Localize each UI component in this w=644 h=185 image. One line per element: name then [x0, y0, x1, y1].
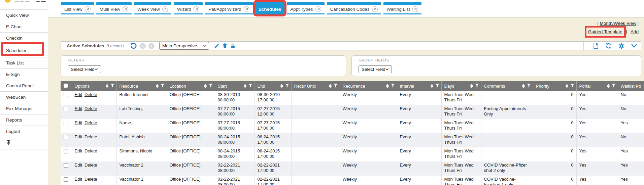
delete-link[interactable]: Delete: [84, 106, 97, 111]
tab-waiting-list[interactable]: Waiting List: [383, 2, 421, 14]
sidebar-item-task-list[interactable]: Task List: [0, 57, 48, 69]
filter-funnel-icon[interactable]: [110, 84, 114, 89]
tab-appt-types[interactable]: Appt Types: [287, 2, 324, 14]
row-checkbox[interactable]: [64, 107, 68, 111]
perspective-select[interactable]: Main Perspective: [159, 42, 209, 50]
sort-icon[interactable]: [522, 84, 525, 88]
open-new-window-icon[interactable]: [372, 6, 378, 12]
column-header-interval[interactable]: Interval: [397, 81, 441, 91]
add-link[interactable]: Add: [631, 29, 639, 34]
sidebar-item-logout[interactable]: Logout: [0, 126, 48, 137]
column-header-resource[interactable]: Resource: [116, 81, 167, 91]
row-checkbox[interactable]: [64, 163, 68, 168]
filter-funnel-icon[interactable]: [435, 84, 439, 89]
filter-funnel-icon[interactable]: [475, 84, 479, 89]
edit-link[interactable]: Edit: [75, 163, 82, 168]
tab-pat-appt-wizard[interactable]: Pat/Appt Wizard: [205, 2, 253, 14]
sidebar-pin-toggle[interactable]: [0, 137, 48, 149]
filter-funnel-icon[interactable]: [391, 84, 395, 89]
sidebar-item-e-sign[interactable]: E-Sign: [0, 69, 48, 80]
open-new-window-icon[interactable]: [85, 6, 91, 12]
open-new-window-icon[interactable]: [315, 6, 321, 12]
edit-link[interactable]: Edit: [75, 106, 82, 111]
undo-icon[interactable]: [130, 42, 137, 49]
row-checkbox[interactable]: [64, 135, 68, 139]
row-checkbox[interactable]: [64, 93, 68, 97]
tab-wizard[interactable]: Wizard: [174, 2, 203, 14]
open-new-window-icon[interactable]: [244, 6, 249, 12]
sort-icon[interactable]: [329, 84, 332, 88]
column-header-priority[interactable]: Priority: [533, 81, 576, 91]
sidebar-item-scheduler[interactable]: Scheduler: [0, 44, 48, 57]
tab-list-view[interactable]: List View: [61, 2, 94, 14]
group-fields-select-field[interactable]: Select Field: [359, 65, 392, 73]
sort-icon[interactable]: [386, 84, 389, 88]
settings-gear-icon[interactable]: [618, 43, 624, 49]
open-new-window-icon[interactable]: [194, 6, 199, 12]
column-header-comments[interactable]: Comments: [481, 81, 533, 91]
open-new-window-icon[interactable]: [162, 6, 168, 12]
sidebar-item-reports[interactable]: Reports: [0, 114, 48, 126]
filter-funnel-icon[interactable]: [612, 84, 616, 89]
sort-icon[interactable]: [470, 84, 473, 88]
sort-icon[interactable]: [431, 84, 433, 88]
sidebar-item-webscan[interactable]: WebScan: [0, 92, 48, 103]
sort-icon[interactable]: [106, 84, 108, 88]
sidebar-item-fax-manager[interactable]: Fax Manager: [0, 103, 48, 114]
delete-link[interactable]: Delete: [84, 92, 97, 97]
new-document-icon[interactable]: [593, 43, 599, 49]
filter-funnel-icon[interactable]: [285, 84, 289, 89]
row-checkbox[interactable]: [64, 177, 68, 182]
delete-link[interactable]: Delete: [84, 134, 97, 139]
sidebar-item-e-chart[interactable]: E-Chart: [0, 21, 48, 33]
sort-icon[interactable]: [156, 84, 159, 88]
edit-link[interactable]: Edit: [75, 92, 82, 97]
column-header-location[interactable]: Location: [167, 81, 215, 91]
filter-funnel-icon[interactable]: [334, 84, 338, 89]
delete-trash-icon[interactable]: [222, 43, 228, 49]
edit-link[interactable]: Edit: [75, 120, 82, 125]
sort-icon[interactable]: [244, 84, 246, 88]
edit-pencil-icon[interactable]: [214, 43, 219, 49]
edit-link[interactable]: Edit: [75, 148, 82, 153]
column-header-days[interactable]: Days: [441, 81, 481, 91]
edit-link[interactable]: Edit: [75, 177, 82, 182]
tab-cancellation-codes[interactable]: Cancellation Codes: [327, 2, 381, 14]
edit-link[interactable]: Edit: [75, 134, 82, 139]
sidebar-item-quick-view[interactable]: Quick View: [0, 10, 48, 21]
sort-icon[interactable]: [566, 84, 568, 88]
filter-funnel-icon[interactable]: [248, 84, 252, 89]
select-all-checkbox-icon[interactable]: [64, 84, 68, 88]
sort-icon[interactable]: [607, 84, 610, 88]
delete-link[interactable]: Delete: [84, 120, 97, 125]
column-header-end[interactable]: End: [255, 81, 291, 91]
delete-link[interactable]: Delete: [84, 177, 97, 182]
refresh-icon[interactable]: [605, 43, 612, 49]
sort-icon[interactable]: [204, 84, 207, 88]
filter-funnel-icon[interactable]: [570, 84, 574, 89]
previous-icon[interactable]: ‹: [140, 43, 146, 49]
delete-link[interactable]: Delete: [84, 148, 97, 153]
tab-week-view[interactable]: Week View: [134, 2, 171, 14]
tab-schedules[interactable]: Schedules: [255, 2, 285, 14]
tab-multi-view[interactable]: Multi View: [96, 2, 132, 14]
column-header-recur-until[interactable]: Recur Until: [291, 81, 340, 91]
next-icon[interactable]: ›: [148, 43, 155, 49]
filter-funnel-icon[interactable]: [527, 84, 531, 89]
column-header-waitlist-po[interactable]: Waitlist Po: [618, 81, 644, 91]
delete-link[interactable]: Delete: [84, 163, 97, 168]
sort-icon[interactable]: [280, 84, 283, 88]
column-header-portal[interactable]: Portal: [576, 81, 618, 91]
sidebar-item-checkin[interactable]: Checkin: [0, 33, 48, 44]
filters-select-field[interactable]: Select Field: [68, 65, 101, 73]
filter-funnel-icon[interactable]: [209, 84, 213, 89]
column-header-options[interactable]: Options: [72, 81, 116, 91]
column-header-recurrence[interactable]: Recurrence: [340, 81, 397, 91]
guided-template-link[interactable]: Guided Template: [588, 29, 622, 34]
open-new-window-icon[interactable]: [123, 6, 128, 12]
collapse-chevron-icon[interactable]: [631, 44, 637, 48]
month-week-view-link[interactable]: Month/Week View: [600, 21, 636, 26]
row-checkbox[interactable]: [64, 149, 68, 153]
open-new-window-icon[interactable]: [412, 6, 418, 12]
column-header-start[interactable]: Start: [215, 81, 255, 91]
